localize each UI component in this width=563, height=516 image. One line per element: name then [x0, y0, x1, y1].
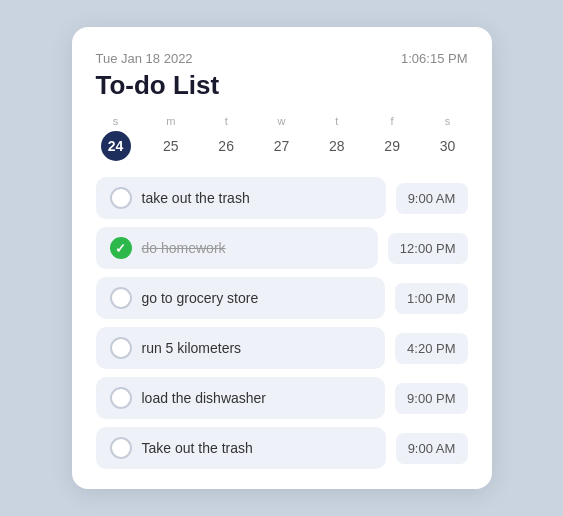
task-checkbox[interactable] [110, 287, 132, 309]
cal-day-name: t [335, 115, 338, 127]
time-label: 1:06:15 PM [401, 51, 468, 66]
header-row: Tue Jan 18 2022 1:06:15 PM [96, 51, 468, 66]
cal-day-num: 28 [322, 131, 352, 161]
cal-day-num: 24 [101, 131, 131, 161]
task-checkbox[interactable] [110, 237, 132, 259]
cal-day-name: s [113, 115, 119, 127]
calendar-day[interactable]: t26 [208, 115, 244, 161]
cal-day-name: s [445, 115, 451, 127]
task-item: load the dishwasher [96, 377, 386, 419]
task-row: run 5 kilometers4:20 PM [96, 327, 468, 369]
cal-day-name: w [278, 115, 286, 127]
tasks-list: take out the trash9:00 AMdo homework12:0… [96, 177, 468, 469]
cal-day-name: f [391, 115, 394, 127]
task-item: go to grocery store [96, 277, 386, 319]
task-item: take out the trash [96, 177, 386, 219]
task-checkbox[interactable] [110, 337, 132, 359]
task-label: take out the trash [142, 190, 250, 206]
todo-card: Tue Jan 18 2022 1:06:15 PM To-do List s2… [72, 27, 492, 489]
task-label: Take out the trash [142, 440, 253, 456]
cal-day-name: m [166, 115, 175, 127]
task-time: 9:00 AM [396, 433, 468, 464]
task-row: go to grocery store1:00 PM [96, 277, 468, 319]
calendar-day[interactable]: w27 [263, 115, 299, 161]
task-row: do homework12:00 PM [96, 227, 468, 269]
cal-day-num: 26 [211, 131, 241, 161]
task-time: 4:20 PM [395, 333, 467, 364]
task-time: 9:00 AM [396, 183, 468, 214]
task-item: run 5 kilometers [96, 327, 386, 369]
task-item: do homework [96, 227, 378, 269]
calendar-day[interactable]: m25 [153, 115, 189, 161]
page-title: To-do List [96, 70, 468, 101]
calendar-row: s24m25t26w27t28f29s30 [96, 115, 468, 161]
calendar-day[interactable]: s24 [98, 115, 134, 161]
task-row: take out the trash9:00 AM [96, 177, 468, 219]
calendar-day[interactable]: s30 [429, 115, 465, 161]
task-row: load the dishwasher9:00 PM [96, 377, 468, 419]
calendar-day[interactable]: f29 [374, 115, 410, 161]
cal-day-num: 29 [377, 131, 407, 161]
cal-day-num: 30 [432, 131, 462, 161]
task-item: Take out the trash [96, 427, 386, 469]
cal-day-num: 27 [266, 131, 296, 161]
task-label: do homework [142, 240, 226, 256]
cal-day-name: t [225, 115, 228, 127]
task-time: 12:00 PM [388, 233, 468, 264]
task-row: Take out the trash9:00 AM [96, 427, 468, 469]
task-checkbox[interactable] [110, 437, 132, 459]
task-label: go to grocery store [142, 290, 259, 306]
task-label: load the dishwasher [142, 390, 267, 406]
calendar-day[interactable]: t28 [319, 115, 355, 161]
task-checkbox[interactable] [110, 387, 132, 409]
task-checkbox[interactable] [110, 187, 132, 209]
task-time: 9:00 PM [395, 383, 467, 414]
date-label: Tue Jan 18 2022 [96, 51, 193, 66]
cal-day-num: 25 [156, 131, 186, 161]
task-time: 1:00 PM [395, 283, 467, 314]
task-label: run 5 kilometers [142, 340, 242, 356]
